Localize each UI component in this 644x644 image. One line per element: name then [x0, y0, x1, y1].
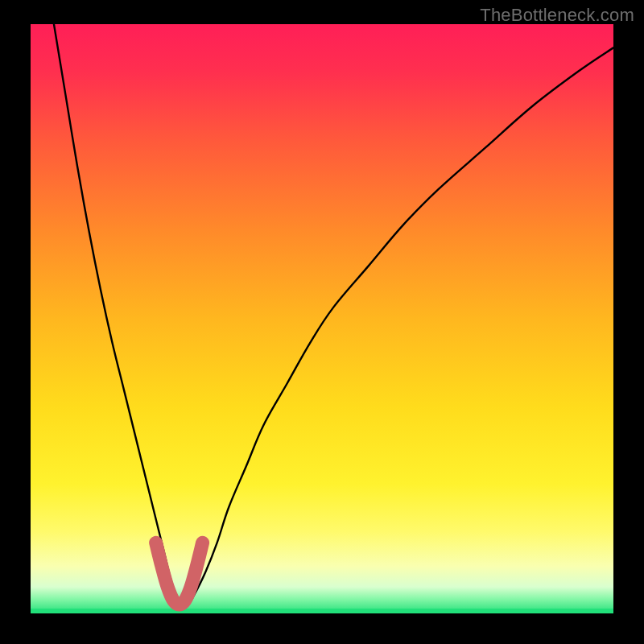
watermark-text: TheBottleneck.com	[480, 5, 634, 26]
green-baseline	[31, 609, 613, 613]
chart-frame: TheBottleneck.com	[0, 0, 644, 644]
bottleneck-chart	[0, 0, 644, 644]
